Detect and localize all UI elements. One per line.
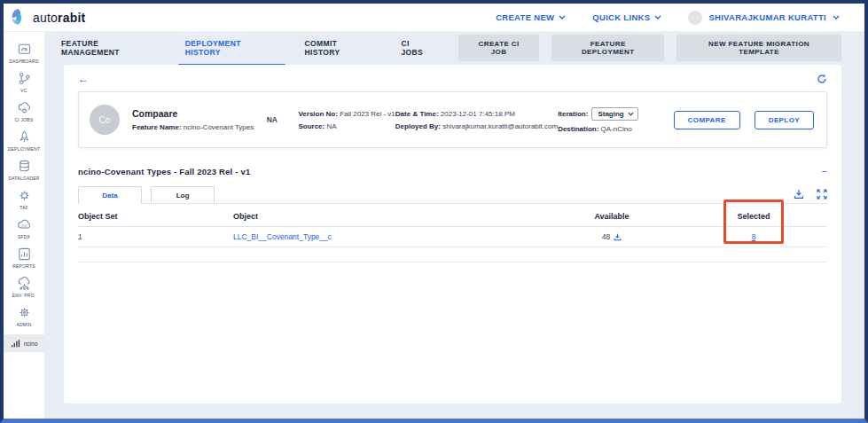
logo-text: autorabit [33,11,85,25]
selected-count-link[interactable]: 8 [752,232,756,241]
download-icon [794,189,804,200]
col-available: Available [536,206,687,226]
user-name: SHIVARAJKUMAR KURATTI [708,12,826,22]
refresh-button[interactable] [817,74,827,84]
quick-links-label: QUICK LINKS [592,12,650,22]
sidebar-label: DASHBOARD [9,59,38,64]
ncino-bars-icon [11,338,21,349]
ncino-label: ncino [24,341,38,347]
feature-deployment-button[interactable]: FEATURE DEPLOYMENT [551,35,664,61]
dataloader-database-icon [17,159,32,174]
sidebar-label: TAF [20,205,28,210]
create-ci-job-button[interactable]: CREATE CI JOB [458,35,539,61]
deploy-button[interactable]: DEPLOY [755,111,814,129]
chevron-down-icon [833,15,840,20]
collapse-section-button[interactable]: − [822,167,827,176]
chevron-down-icon [654,15,661,20]
object-set-cell: 1 [78,227,233,247]
module-tab-bar: FEATURE MANAGEMENT DEPLOYMENT HISTORY CO… [44,32,864,64]
create-new-menu[interactable]: CREATE NEW [496,12,566,22]
iteration-value: Staging [598,110,623,118]
sidebar-label: ADMIN [16,322,31,327]
user-menu[interactable]: SHIVARAJKUMAR KURATTI [688,11,840,25]
expand-icon [817,189,827,200]
deployment-summary-card: Co Compaare Feature Name: ncino-Covenant… [78,91,827,148]
sidebar-label: SFDX [18,234,30,239]
table-row: 1 LLC_BI__Covenant_Type__c 48 8 [78,227,827,247]
taf-gear-icon [17,188,32,203]
sidebar-item-env-pro[interactable]: ENV. PRO. [4,272,44,302]
col-object-set: Object Set [78,206,233,226]
sidebar-label: ENV. PRO. [12,293,36,298]
sidebar-item-vc[interactable]: VC [4,67,44,97]
download-available-button[interactable] [614,233,622,241]
sidebar-label: VC [20,88,27,93]
create-new-label: CREATE NEW [496,12,554,22]
object-set-table: Object Set Object Available Selected 1 L… [78,206,827,262]
sidebar-item-ncino[interactable]: ncino [4,334,44,352]
deployed-by-line: Deployed By: shivarajkumar.kuratti@autor… [395,122,558,130]
back-arrow-button[interactable]: ← [78,74,89,84]
ci-jobs-cloud-icon [17,100,32,115]
env-provisioning-icon [17,276,32,291]
autorabit-logo-icon [9,8,27,27]
iteration-select[interactable]: Staging [591,107,637,121]
deployment-rocket-icon [17,129,32,145]
expand-table-button[interactable] [817,189,827,200]
feature-name-line: Feature Name: ncino-Covenant Types [132,123,267,131]
object-link[interactable]: LLC_BI__Covenant_Type__c [233,232,332,241]
data-log-tab-bar: Data Log [78,186,827,204]
deployment-history-panel: ← Co Compaare Feature Name: ncino-Covena… [64,65,841,403]
table-header-row: Object Set Object Available Selected [78,206,827,227]
sidebar-item-sfdx[interactable]: DX SFDX [4,214,44,243]
main-content: FEATURE MANAGEMENT DEPLOYMENT HISTORY CO… [44,32,864,419]
version-line: Version No: Fall 2023 Rel - v1 [298,110,395,118]
tab-data[interactable]: Data [78,186,142,204]
sidebar-nav: DASHBOARD VC CI JOBS DEPLOYMENT DATALOAD… [4,32,44,419]
deployment-avatar: Co [90,105,120,135]
tab-feature-management[interactable]: FEATURE MANAGEMENT [59,28,160,67]
section-title: ncino-Covenant Types - Fall 2023 Rel - v… [78,167,250,176]
sidebar-label: CI JOBS [15,117,34,122]
admin-gear-icon [17,305,32,320]
sidebar-label: REPORTS [12,263,35,269]
new-feature-migration-template-button[interactable]: NEW FEATURE MIGRATION TEMPLATE [676,35,841,61]
app-window: autorabit CREATE NEW QUICK LINKS SHIVARA… [0,0,868,423]
iteration-line: Iteration: Staging [558,107,657,121]
reports-icon [17,247,32,262]
chevron-down-icon [628,112,634,116]
col-selected: Selected [687,206,820,226]
sidebar-item-taf[interactable]: TAF [4,184,44,214]
na-value: NA [267,115,299,124]
download-icon [614,233,622,241]
version-control-icon [17,71,32,86]
sidebar-item-ci-jobs[interactable]: CI JOBS [4,97,44,126]
destination-line: Destination: QA-nCino [558,125,657,133]
sidebar-item-dashboard[interactable]: DASHBOARD [4,38,44,67]
source-line: Source: NA [298,122,395,130]
user-avatar [688,11,702,25]
sidebar-item-reports[interactable]: REPORTS [4,243,44,272]
sidebar-item-deployment[interactable]: DEPLOYMENT [4,126,44,155]
deployment-title: Compaare [132,108,267,119]
available-count: 48 [602,232,610,241]
tab-ci-jobs[interactable]: CI JOBS [399,28,434,67]
autorabit-logo: autorabit [9,8,85,27]
download-table-button[interactable] [794,189,804,200]
empty-table-row [78,247,827,262]
sfdx-cloud-icon: DX [17,217,32,232]
sidebar-label: DEPLOYMENT [8,146,40,152]
quick-links-menu[interactable]: QUICK LINKS [592,12,661,22]
tab-deployment-history[interactable]: DEPLOYMENT HISTORY [184,28,280,67]
datetime-line: Date & Time: 2023-12-01 7:45:18 PM [395,110,558,118]
tab-log[interactable]: Log [151,186,215,203]
refresh-icon [817,74,827,84]
col-object: Object [233,206,536,226]
compare-button[interactable]: COMPARE [674,111,740,129]
sidebar-item-dataloader[interactable]: DATALOADER [4,155,44,184]
tab-commit-history[interactable]: COMMIT HISTORY [303,28,377,67]
sidebar-item-admin[interactable]: ADMIN [4,302,44,331]
dashboard-icon [17,42,32,57]
sidebar-label: DATALOADER [8,176,39,181]
svg-text:DX: DX [21,223,27,228]
